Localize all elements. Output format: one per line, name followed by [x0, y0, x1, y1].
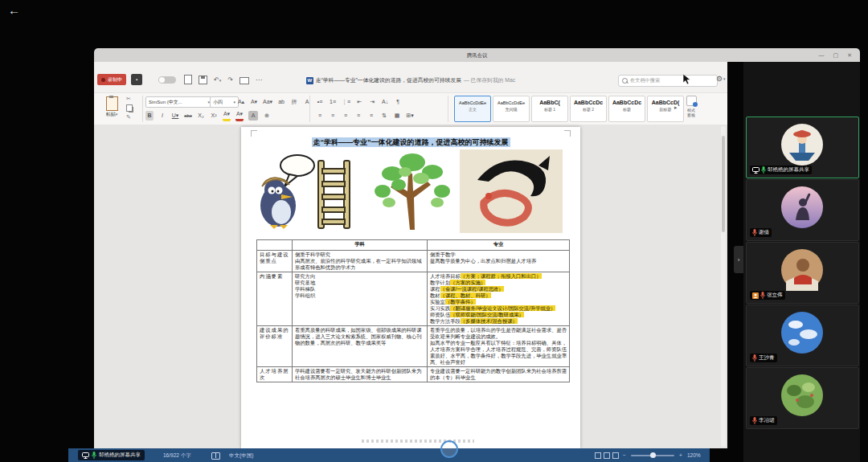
- tree-clipart[interactable]: [368, 149, 457, 233]
- font-tool-icon[interactable]: B: [145, 111, 154, 121]
- document-title: 走“学科——专业”一体化建设的道路，促进高校的可持续发展: [316, 76, 461, 84]
- style-pane-icon: [686, 96, 697, 106]
- participant-tile[interactable]: 邹艳艳的屏幕共享: [746, 117, 859, 178]
- participant-label: 李冶珺: [750, 416, 777, 425]
- participant-name: 谢倩: [759, 229, 769, 236]
- font-tool-icon[interactable]: Aa▾: [263, 97, 272, 107]
- ink-fish-painting[interactable]: [460, 149, 563, 233]
- table-cell: 研究方向研究基地学科梯队学科组织: [293, 272, 428, 326]
- sidebar-collapse-handle[interactable]: ›: [734, 246, 743, 273]
- meeting-toolbar-handle[interactable]: [440, 440, 458, 458]
- font-tool-icon[interactable]: A▾: [250, 97, 258, 107]
- avatar: [781, 249, 823, 291]
- table-cell: 内涵要素: [257, 272, 293, 326]
- participant-tile[interactable]: 王沙青: [746, 305, 859, 366]
- proofing-icon[interactable]: [211, 452, 220, 460]
- style-card[interactable]: AaBbCcDdEe无间隔: [493, 96, 530, 122]
- style-card[interactable]: AaBbCcDc标题: [608, 96, 645, 122]
- participant-name: 邹艳艳的屏幕共享: [768, 166, 809, 174]
- style-card[interactable]: AaBbCcDc标题 2: [570, 96, 607, 122]
- penguin-clipart[interactable]: [251, 151, 365, 231]
- paste-button[interactable]: 粘贴▾: [100, 96, 124, 118]
- paragraph-tool-icon[interactable]: ≡: [354, 111, 362, 121]
- paragraph-tool-icon[interactable]: ¶: [394, 97, 402, 107]
- font-tool-icon[interactable]: ⊕: [263, 111, 271, 121]
- font-tool-icon[interactable]: U▾: [171, 111, 179, 121]
- zoom-percentage[interactable]: 120%: [687, 448, 701, 462]
- paragraph-tool-icon[interactable]: ⇤: [355, 97, 363, 107]
- close-button[interactable]: ✕: [847, 52, 852, 59]
- word-window: 录制中 ▪ ↶▾ ↷ ⋯ W 走“学科——专业”一体化建设的道路，促进高校的可持…: [94, 62, 727, 448]
- paragraph-tool-icon[interactable]: ⊞▾: [406, 111, 414, 121]
- gallery-next-icon[interactable]: ▸: [674, 104, 678, 111]
- font-tool-icon[interactable]: X₂: [197, 111, 205, 121]
- language-status[interactable]: 中文(中国): [229, 448, 253, 462]
- screen: ← 腾讯会议 — ▢ ✕ 录制中 ▪ ↶▾ ↷ ⋯ W 走“学科——专业”一体化…: [0, 0, 868, 462]
- back-arrow-icon[interactable]: ←: [8, 3, 20, 17]
- paragraph-tool-icon[interactable]: ⇅: [380, 111, 388, 121]
- gear-icon: ⚙: [716, 75, 723, 83]
- font-tool-icon[interactable]: 拼: [290, 97, 298, 107]
- font-tool-icon[interactable]: A▴: [237, 97, 245, 107]
- document-page[interactable]: 走“学科——专业”一体化建设的道路，促进高校的可持续发展: [241, 127, 580, 448]
- mic-icon: [760, 292, 765, 299]
- minimize-button[interactable]: —: [819, 52, 825, 58]
- font-tool-icon[interactable]: A▾: [223, 109, 231, 121]
- font-tool-icon[interactable]: A▾: [235, 109, 244, 121]
- paragraph-tool-icon[interactable]: ⋮≡: [342, 97, 350, 107]
- paragraph-tool-icon[interactable]: A↓: [381, 97, 389, 107]
- copy-icon[interactable]: [126, 104, 133, 112]
- font-tool-icon[interactable]: I: [158, 111, 166, 121]
- scrollbar[interactable]: [721, 126, 726, 447]
- table-cell: 学科建设需要有一定研究、攻关能力的科研创新团队来为社会培养高层次的硕士毕业生和博…: [293, 367, 428, 382]
- font-tool-icon[interactable]: abc: [184, 111, 192, 121]
- participant-tile[interactable]: 谢倩: [746, 179, 859, 241]
- font-tool-icon[interactable]: X²: [210, 111, 218, 121]
- paragraph-tool-icon[interactable]: •≡: [316, 97, 324, 107]
- paragraph-tool-icon[interactable]: ≡: [367, 111, 375, 121]
- screen-share-banner[interactable]: 邹艳艳的屏幕共享: [78, 450, 145, 460]
- word-count[interactable]: 16/922 个字: [163, 448, 191, 462]
- paragraph-tool-icon[interactable]: ≡: [342, 111, 350, 121]
- paragraph-tool-icon[interactable]: ⇥: [368, 97, 376, 107]
- table-cell: 人才培养目标（方案；课程群；衔接入口和出口）教学计划（方案的实施）课程（金课/一…: [428, 272, 570, 326]
- mic-icon: [752, 229, 757, 236]
- style-card[interactable]: AaBbCcD(副标题: [647, 96, 684, 122]
- format-painter-icon[interactable]: ✎: [126, 114, 133, 121]
- paragraph-tool-icon[interactable]: ≡: [316, 111, 324, 121]
- table-header: 学科: [293, 240, 428, 251]
- font-size-select[interactable]: 小四▾: [210, 96, 239, 108]
- search-input[interactable]: 在文档中搜索: [618, 75, 718, 87]
- paragraph-tool-icon[interactable]: 1≡: [329, 97, 337, 107]
- font-tool-icon[interactable]: A: [248, 111, 258, 121]
- table-row: 内涵要素研究方向研究基地学科梯队学科组织人才培养目标（方案；课程群；衔接入口和出…: [257, 272, 570, 326]
- style-pane-button[interactable]: 样式 窗格: [681, 96, 702, 117]
- participant-name: 张立伟: [767, 292, 783, 299]
- font-name-select[interactable]: SimSun (中文...▾: [145, 96, 213, 108]
- table-cell: 侧重于科学研究由高层次、前沿性的科学研究成果，在一定科学知识领域形成有特色和优势…: [293, 251, 428, 272]
- scrollbar-thumb[interactable]: [722, 136, 725, 232]
- zoom-slider-knob[interactable]: [650, 452, 656, 458]
- paragraph-tool-icon[interactable]: ≡: [329, 111, 337, 121]
- cut-icon[interactable]: ✂: [126, 96, 133, 102]
- screen-icon: [752, 167, 760, 174]
- paragraph-tool-icon[interactable]: ▦: [393, 111, 401, 121]
- font-tool-icon[interactable]: ab: [277, 97, 285, 107]
- word-logo-icon: W: [306, 77, 313, 84]
- cutoff-text-line: [362, 440, 474, 443]
- participant-tile[interactable]: 张立伟: [746, 242, 859, 304]
- table-cell: 人才培养层次: [257, 367, 293, 382]
- styles-gallery: AaBbCcDdEe正文AaBbCcDdEe无间隔AaBbC(标题 1AaBbC…: [454, 96, 684, 122]
- style-card[interactable]: AaBbC(标题 1: [531, 96, 568, 122]
- view-buttons[interactable]: [595, 452, 619, 459]
- share-settings-button[interactable]: ⚙ ▾: [716, 75, 726, 83]
- paragraph-tools-row1: •≡1≡⋮≡⇤⇥A↓¶: [316, 96, 402, 107]
- zoom-out-button[interactable]: −: [623, 448, 626, 462]
- mouse-cursor: [683, 74, 692, 85]
- zoom-in-button[interactable]: +: [679, 448, 682, 462]
- style-card[interactable]: AaBbCcDdEe正文: [454, 96, 491, 122]
- meeting-titlebar[interactable]: 腾讯会议 — ▢ ✕: [94, 48, 860, 62]
- maximize-button[interactable]: ▢: [833, 52, 839, 59]
- participant-tile[interactable]: 李冶珺: [746, 367, 859, 429]
- participant-label: 张立伟: [750, 291, 785, 300]
